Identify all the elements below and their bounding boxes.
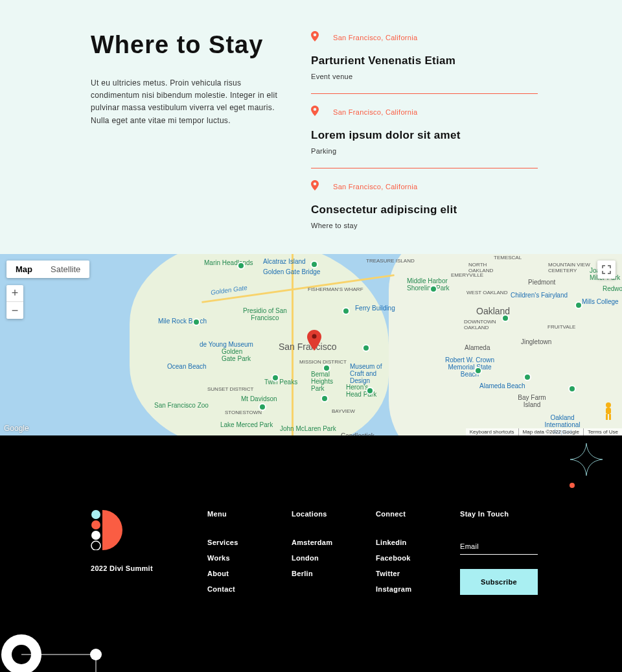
footer-link-contact[interactable]: Contact [207,585,266,593]
location-subtitle: Parking [311,147,538,155]
location-card: San Francisco, California Parturient Ven… [311,31,538,94]
map-label-downtown: DOWNTOWN OAKLAND [464,319,503,330]
footer-link-linkedin[interactable]: Linkedin [376,539,434,546]
map-label-oceanbeach: Ocean Beach [167,363,207,370]
map-label-fisherman: FISHERMAN'S WHARF [308,286,363,292]
map-label-temescal: TEMESCAL [494,255,522,261]
location-city: San Francisco, California [333,108,417,116]
locations-list: San Francisco, California Parturient Ven… [311,31,622,229]
map-label-ggb: Golden Gate Bridge [263,268,320,275]
svg-rect-4 [609,414,611,420]
footer-link-london[interactable]: London [292,554,350,562]
circles-decoration-icon [0,633,130,672]
svg-rect-3 [606,414,608,420]
location-card: San Francisco, California Consectetur ad… [311,180,538,229]
keyboard-shortcuts-link[interactable]: Keyboard shortcuts [466,428,518,435]
map-label-noak: NORTH OAKLAND [468,262,494,273]
footer-link-amsterdam[interactable]: Amsterdam [292,539,350,546]
map-label-alamedab: Alameda Beach [479,382,525,389]
map-pin-icon [311,106,319,119]
page-description: Ut eu ultricies metus. Proin vehicula ri… [91,77,285,127]
svg-point-0 [312,334,317,339]
footer-menu-heading: Menu [207,510,266,518]
svg-point-1 [606,402,611,408]
fullscreen-button[interactable] [597,261,616,279]
footer-link-works[interactable]: Works [207,554,266,562]
map-label-alameda: Alameda [465,344,490,351]
location-subtitle: Event venue [311,73,538,80]
map-pin-icon [311,180,319,193]
map-label-piedmont: Piedmont [528,279,555,286]
map-credits: Keyboard shortcuts Map data ©2022 Google… [466,428,622,435]
map-marker-icon [307,330,321,353]
map-label-marin: Marin Headlands [204,259,253,266]
map-label-crown: Robert W. Crown Memorial State Beach [441,356,499,378]
footer-link-about[interactable]: About [207,570,266,577]
email-input[interactable] [460,539,538,555]
map-type-satellite-button[interactable]: Satellite [41,261,89,278]
footer-link-facebook[interactable]: Facebook [376,554,434,562]
subscribe-button[interactable]: Subscribe [460,569,538,595]
map-label-mission: MISSION DISTRICT [299,359,347,365]
zoom-in-button[interactable]: + [6,285,23,302]
map-label-craft: Museum of Craft and Design [350,363,395,384]
footer-stayintouch-heading: Stay In Touch [460,510,538,518]
location-title: Parturient Venenatis Etiam [311,54,538,67]
map-label-redwood: Redwood [603,285,622,292]
map-label-westoak: WEST OAKLAND [466,290,507,295]
location-subtitle: Where to stay [311,222,538,229]
svg-point-8 [91,541,100,550]
zoom-out-button[interactable]: − [6,302,23,319]
footer-link-twitter[interactable]: Twitter [376,570,434,577]
map-type-control: Map Satellite [6,261,89,278]
map-label-twinpeaks: Twin Peaks [264,378,297,386]
map-label-lakemerced: Lake Merced Park [220,421,273,428]
map-zoom-control: + − [6,285,23,319]
diamond-decoration-icon [570,443,603,476]
location-title: Consectetur adipiscing elit [311,203,538,216]
svg-point-6 [91,520,100,529]
google-logo: Google [4,424,29,433]
location-city: San Francisco, California [333,183,417,191]
map-type-map-button[interactable]: Map [6,261,41,278]
map-label-fruitvale: FRUITVALE [547,324,575,330]
location-title: Lorem ipsum dolor sit amet [311,129,538,142]
footer-connect-heading: Connect [376,510,434,518]
logo-icon [91,510,181,553]
footer-tagline: 2022 Divi Summit [91,564,181,572]
map[interactable]: San Francisco Oakland Alameda Piedmont E… [0,254,622,435]
svg-point-7 [91,531,100,540]
svg-point-13 [90,649,102,660]
map-label-mtdavidson: Mt Davidson [241,395,277,402]
footer-locations-heading: Locations [292,510,350,518]
footer-link-instagram[interactable]: Instagram [376,585,434,593]
map-label-ggp: Golden Gate Park [222,348,254,362]
footer-link-services[interactable]: Services [207,539,266,546]
map-label-bayfarm: Bay Farm Island [516,394,548,408]
location-card: San Francisco, California Lorem ipsum do… [311,106,538,168]
terms-link[interactable]: Terms of Use [583,428,622,435]
dot-decoration-icon [570,483,575,488]
map-label-bayview: BAYVIEW [332,408,355,414]
map-label-treasure: TREASURE ISLAND [366,258,415,264]
map-label-ferry: Ferry Building [355,305,395,312]
map-label-mountainview: MOUNTAIN VIEW CEMETERY [548,262,593,273]
location-city: San Francisco, California [333,34,417,41]
svg-rect-2 [606,408,611,414]
map-label-stonestown: STONESTOWN [225,410,262,415]
map-label-mclaren: John McLaren Park [280,425,336,432]
map-pin-icon [311,31,319,44]
footer-link-berlin[interactable]: Berlin [292,570,350,577]
footer: 2022 Divi Summit Menu Services Works Abo… [0,435,622,672]
map-label-bernal: Bernal Heights Park [311,371,343,392]
map-label-alcatraz: Alcatraz Island [263,258,306,265]
streetview-pegman-button[interactable] [601,402,616,421]
map-label-jingle: Jingletown [521,338,551,345]
map-label-fairyland: Children's Fairyland [511,292,568,299]
map-label-deyoung: de Young Museum [200,341,253,348]
map-data-label: Map data ©2022 Google [518,428,583,435]
map-label-mills: Mills College [582,298,619,305]
map-label-sfzoo: San Francisco Zoo [154,402,209,409]
map-label-sunset: SUNSET DISTRICT [207,386,253,392]
where-to-stay-section: Where to Stay Ut eu ultricies metus. Pro… [0,0,622,254]
